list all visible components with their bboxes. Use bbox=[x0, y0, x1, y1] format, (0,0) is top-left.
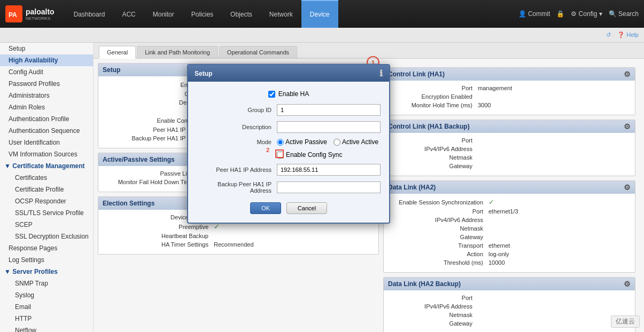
sidebar-item-syslog[interactable]: Syslog bbox=[0, 289, 93, 301]
sidebar-item-cert-profile[interactable]: Certificate Profile bbox=[0, 184, 93, 195]
sidebar-item-response-pages[interactable]: Response Pages bbox=[0, 242, 93, 254]
radio-active-active-label: Active Active bbox=[342, 138, 378, 146]
watermark-text: 亿速云 bbox=[616, 318, 635, 325]
sidebar-item-scep[interactable]: SCEP bbox=[0, 219, 93, 231]
sidebar-item-user-identification[interactable]: User Identification bbox=[0, 137, 93, 148]
dialog-backup-peer-ha1-input[interactable] bbox=[277, 181, 381, 193]
radio-active-passive[interactable]: Active Passive bbox=[277, 138, 327, 146]
field-ha2b-netmask: Netmask bbox=[392, 312, 626, 318]
field-label-ha2-transport: Transport bbox=[392, 242, 488, 249]
radio-active-passive-input[interactable] bbox=[277, 139, 284, 146]
svg-text:PA: PA bbox=[9, 11, 17, 19]
dialog-cancel-button[interactable]: Cancel bbox=[286, 202, 327, 214]
nav-tabs: Dashboard ACC Monitor Policies Objects N… bbox=[65, 0, 518, 28]
nav-tab-acc[interactable]: ACC bbox=[113, 0, 144, 28]
radio-active-active[interactable]: Active Active bbox=[333, 138, 378, 146]
sidebar-item-config-audit[interactable]: Config Audit bbox=[0, 66, 93, 78]
sidebar-item-auth-sequence[interactable]: Authentication Sequence bbox=[0, 125, 93, 137]
enable-config-sync-label: Enable Config Sync bbox=[286, 151, 342, 159]
sidebar-item-server-profiles[interactable]: ▼ Server Profiles bbox=[0, 266, 93, 278]
enable-config-sync-checkbox[interactable] bbox=[277, 152, 284, 159]
data-link-ha2-backup-gear[interactable]: ⚙ bbox=[624, 280, 631, 288]
field-label-ha2-threshold: Threshold (ms) bbox=[392, 259, 488, 266]
data-link-ha2-backup-section: Data Link (HA2 Backup) ⚙ Port IPv4/IPv6 … bbox=[383, 277, 635, 332]
field-ha-timer: HA Timer Settings Recommended bbox=[107, 241, 370, 248]
radio-active-active-input[interactable] bbox=[333, 139, 340, 146]
field-ha2-gateway: Gateway bbox=[392, 234, 626, 240]
control-link-ha1-header: Control Link (HA1) ⚙ bbox=[384, 68, 635, 81]
data-link-ha2-gear[interactable]: ⚙ bbox=[624, 183, 631, 192]
dialog-ok-button[interactable]: OK bbox=[250, 202, 281, 214]
sidebar-item-email[interactable]: Email bbox=[0, 301, 93, 313]
dialog-description-row: Description bbox=[197, 121, 381, 133]
sidebar-item-http[interactable]: HTTP bbox=[0, 313, 93, 325]
field-label-ha2b-ip: IPv4/IPv6 Address bbox=[392, 303, 478, 310]
nav-tab-dashboard[interactable]: Dashboard bbox=[65, 0, 114, 28]
sidebar-item-vm-info[interactable]: VM Information Sources bbox=[0, 148, 93, 160]
sidebar-item-admin-roles[interactable]: Admin Roles bbox=[0, 101, 93, 113]
field-label-ha1b-gateway: Gateway bbox=[392, 163, 478, 169]
sidebar-item-netflow[interactable]: Netflow bbox=[0, 325, 93, 332]
control-link-ha1-content: Port management Encryption Enabled Monit… bbox=[384, 81, 635, 115]
control-link-ha1-backup-section: Control Link (HA1 Backup) ⚙ Port IPv4/IP… bbox=[383, 120, 635, 176]
sidebar-item-administrators[interactable]: Administrators bbox=[0, 90, 93, 101]
sidebar-item-snmp-trap[interactable]: SNMP Trap bbox=[0, 278, 93, 289]
sidebar-item-auth-profile[interactable]: Authentication Profile bbox=[0, 113, 93, 125]
field-value-ha1-monitor: 3000 bbox=[478, 102, 491, 108]
nav-tab-objects[interactable]: Objects bbox=[222, 0, 261, 28]
sidebar-item-ocsp[interactable]: OCSP Responder bbox=[0, 195, 93, 207]
field-ha2-netmask: Netmask bbox=[392, 225, 626, 232]
dialog-group-id-label: Group ID bbox=[197, 107, 277, 113]
logo-icon: PA bbox=[5, 5, 22, 22]
field-label-ha2-netmask: Netmask bbox=[392, 225, 488, 232]
control-link-ha1-section: Control Link (HA1) ⚙ Port management Enc… bbox=[383, 67, 635, 115]
tab-operational[interactable]: Operational Commands bbox=[219, 46, 297, 58]
dialog-peer-ha1-row: Peer HA1 IP Address bbox=[197, 164, 381, 176]
nav-tab-policies[interactable]: Policies bbox=[183, 0, 222, 28]
field-value-ha1-port: management bbox=[478, 85, 512, 91]
dialog-group-id-input[interactable] bbox=[277, 104, 381, 116]
action-bar: ↺ ❓ Help bbox=[0, 28, 644, 43]
refresh-button[interactable]: ↺ bbox=[606, 31, 611, 38]
field-ha2b-gateway: Gateway bbox=[392, 320, 626, 327]
field-ha2-threshold: Threshold (ms) 10000 bbox=[392, 259, 626, 266]
search-button[interactable]: 🔍 Search bbox=[609, 10, 639, 18]
control-link-ha1-backup-gear[interactable]: ⚙ bbox=[624, 122, 631, 131]
dialog-mode-label: Mode bbox=[197, 139, 277, 145]
enable-ha-checkbox[interactable] bbox=[268, 91, 275, 98]
dialog-peer-ha1-input[interactable] bbox=[277, 164, 381, 176]
config-button[interactable]: ⚙ Config ▾ bbox=[571, 10, 602, 18]
field-value-preemptive: ✓ bbox=[214, 223, 220, 231]
nav-tab-device[interactable]: Device bbox=[301, 0, 338, 28]
control-link-ha1-backup-title: Control Link (HA1 Backup) bbox=[388, 123, 470, 130]
tab-bar: General Link and Path Monitoring Operati… bbox=[94, 43, 644, 59]
sidebar-item-password-profiles[interactable]: Password Profiles bbox=[0, 78, 93, 90]
dialog-mode-row: Mode Active Passive Active Active bbox=[197, 138, 381, 146]
sidebar-item-setup[interactable]: Setup bbox=[0, 43, 93, 54]
nav-tab-network[interactable]: Network bbox=[261, 0, 301, 28]
field-ha1b-gateway: Gateway bbox=[392, 163, 626, 169]
dialog-description-input[interactable] bbox=[277, 121, 381, 133]
nav-tab-monitor[interactable]: Monitor bbox=[144, 0, 183, 28]
control-link-ha1-gear[interactable]: ⚙ bbox=[624, 70, 631, 78]
tab-link-path[interactable]: Link and Path Monitoring bbox=[137, 46, 218, 58]
sidebar-item-cert-mgmt[interactable]: ▼ Certificate Management bbox=[0, 160, 93, 172]
field-value-ha2-port: ethernet1/3 bbox=[488, 208, 518, 215]
sidebar-item-certificates[interactable]: Certificates bbox=[0, 172, 93, 184]
field-label-ha1-port: Port bbox=[392, 85, 478, 91]
sidebar-item-ssl-exclusion[interactable]: SSL Decryption Exclusion bbox=[0, 231, 93, 242]
sidebar-item-log-settings[interactable]: Log Settings bbox=[0, 254, 93, 266]
field-label-ha2-ip: IPv4/IPv6 Address bbox=[392, 217, 488, 223]
election-title: Election Settings bbox=[103, 200, 154, 207]
dialog-backup-peer-ha1-label: Backup Peer HA1 IP Address bbox=[197, 181, 277, 194]
sidebar-item-ssl-tls[interactable]: SSL/TLS Service Profile bbox=[0, 207, 93, 219]
dialog-info-icon[interactable]: ℹ bbox=[379, 68, 383, 78]
field-label-preemptive: Preemptive bbox=[107, 224, 214, 230]
field-label-ha1-monitor: Monitor Hold Time (ms) bbox=[392, 102, 478, 108]
dialog-enable-ha-row: Enable HA bbox=[197, 90, 381, 98]
help-button[interactable]: ❓ Help bbox=[617, 31, 639, 38]
sidebar-item-high-availability[interactable]: High Availability bbox=[0, 54, 93, 66]
commit-button[interactable]: 👤 Commit bbox=[518, 10, 550, 18]
field-ha2-session-sync: Enable Session Synchronization ✓ bbox=[392, 198, 626, 206]
tab-general[interactable]: General bbox=[99, 46, 136, 59]
